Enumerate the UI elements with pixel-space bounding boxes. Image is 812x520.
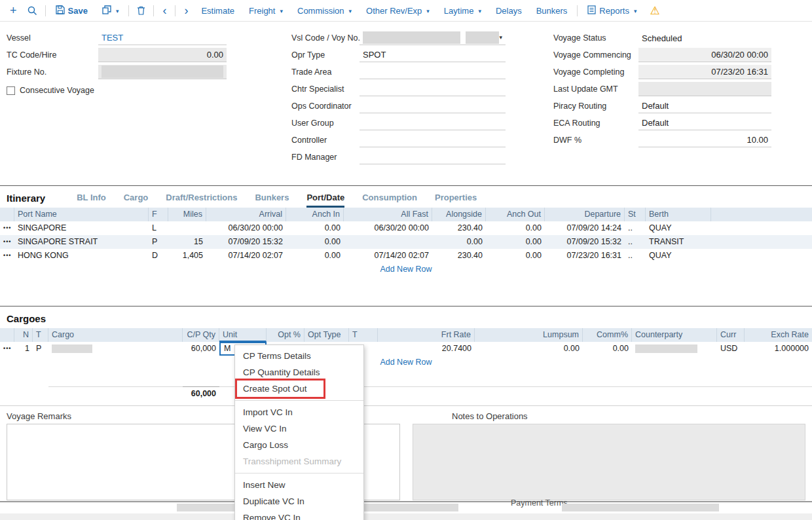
itinerary-add-new-row-link[interactable]: Add New Row [0,263,812,276]
cell-frt-rate[interactable]: 20.7400 [378,342,475,356]
reports-menu-button[interactable]: Reports ▾ [581,3,643,19]
copy-button[interactable]: ▾ [96,3,126,19]
eca-routing-field[interactable]: Default [638,116,771,130]
cell-anch-in[interactable]: 0.00 [286,249,344,263]
piracy-routing-field[interactable]: Default [638,99,771,113]
cell-alongside[interactable]: 230.40 [432,249,486,263]
cell-f[interactable]: P [149,235,168,249]
vessel-field[interactable]: TEST [98,31,227,45]
cell-port-name[interactable]: SINGAPORE [14,221,149,235]
cell-all-fast[interactable] [344,235,432,249]
cell-anch-in[interactable]: 0.00 [286,235,344,249]
trade-area-field[interactable] [360,65,506,79]
row-menu-icon[interactable]: ••• [0,221,14,235]
row-menu-icon[interactable]: ••• [0,249,14,263]
search-icon[interactable] [23,4,42,18]
cell-arrival[interactable]: 07/09/20 15:32 [206,235,286,249]
cargoes-add-new-row-link[interactable]: Add New Row [0,356,812,369]
cell-port-name[interactable]: SINGAPORE STRAIT [14,235,149,249]
cell-counterparty[interactable] [632,342,717,356]
laytime-menu-button[interactable]: Laytime▾ [437,3,488,18]
menu-item-create-spot-out[interactable]: Create Spot Out [235,381,363,397]
menu-item-remove-vc-in[interactable]: Remove VC In [235,510,363,520]
notes-to-operations-textarea[interactable] [413,424,805,500]
menu-item-duplicate-vc-in[interactable]: Duplicate VC In [235,493,363,510]
row-menu-icon[interactable]: ••• [0,235,14,249]
commission-menu-button[interactable]: Commission▾ [291,3,358,18]
tab-consumption[interactable]: Consumption [362,193,417,208]
delays-button[interactable]: Delays [489,3,528,18]
cell-lumpsum[interactable]: 0.00 [475,342,583,356]
delete-button[interactable] [132,4,150,17]
last-update-gmt-field[interactable] [638,82,771,96]
cell-n[interactable]: 1 [14,342,33,356]
bunkers-button[interactable]: Bunkers [530,3,574,18]
cell-miles[interactable] [168,221,206,235]
tab-cargo[interactable]: Cargo [124,193,149,208]
menu-item-cp-quantity-details[interactable]: CP Quantity Details [235,364,363,381]
save-button[interactable]: Save [49,3,94,19]
tab-properties[interactable]: Properties [435,193,477,208]
fd-manager-field[interactable] [360,150,506,164]
voyage-completing-field[interactable]: 07/23/20 16:31 [638,65,771,79]
consecutive-voyage-checkbox[interactable] [7,86,15,95]
tab-draft-restrictions[interactable]: Draft/Restrictions [166,193,237,208]
tc-code-hire-field[interactable]: 0.00 [98,48,227,62]
cell-alongside[interactable]: 0.00 [432,235,486,249]
other-rev-exp-menu-button[interactable]: Other Rev/Exp▾ [360,3,436,18]
opr-type-field[interactable]: SPOT [360,48,506,62]
menu-item-cargo-loss[interactable]: Cargo Loss [235,437,363,453]
cell-exch-rate[interactable]: 1.000000 [745,342,812,356]
cell-departure[interactable]: 07/23/20 16:31 [545,249,625,263]
cell-st[interactable]: .. [625,221,646,235]
tab-port-date[interactable]: Port/Date [306,193,344,208]
cell-departure[interactable]: 07/09/20 15:32 [545,235,625,249]
horizontal-scrollbar[interactable] [0,513,812,520]
user-group-field[interactable] [360,116,506,130]
cell-berth[interactable]: QUAY [646,221,711,235]
cell-berth[interactable]: TRANSIT [646,235,711,249]
menu-item-view-vc-in[interactable]: View VC In [235,420,363,437]
cell-anch-out[interactable]: 0.00 [486,221,545,235]
warning-icon[interactable]: ⚠ [650,4,659,18]
voyage-status-field[interactable]: Scheduled [638,31,771,45]
previous-button[interactable]: ‹ [157,6,172,15]
cell-anch-out[interactable]: 0.00 [486,235,545,249]
menu-item-cp-terms-details[interactable]: CP Terms Details [235,348,363,364]
cell-f[interactable]: L [149,221,168,235]
cell-miles[interactable]: 15 [168,235,206,249]
add-icon[interactable]: + [5,4,22,17]
estimate-button[interactable]: Estimate [194,3,241,18]
voyage-commencing-field[interactable]: 06/30/20 00:00 [638,48,771,62]
controller-field[interactable] [360,133,506,147]
cell-cargo[interactable] [48,342,183,356]
chtr-specialist-field[interactable] [360,82,506,96]
cell-comm-pct[interactable]: 0.00 [583,342,632,356]
ops-coordinator-field[interactable] [360,99,506,113]
cell-curr[interactable]: USD [717,342,745,356]
cell-alongside[interactable]: 230.40 [432,221,486,235]
tab-bunkers[interactable]: Bunkers [255,193,289,208]
freight-menu-button[interactable]: Freight▾ [242,3,289,18]
next-button[interactable]: › [179,6,193,15]
caret-down-icon[interactable]: ▾ [499,31,502,45]
row-menu-icon[interactable]: ••• [0,342,14,356]
cell-t[interactable]: P [33,342,48,356]
cell-all-fast[interactable]: 06/30/20 00:00 [344,221,432,235]
cell-arrival[interactable]: 07/14/20 02:07 [206,249,286,263]
cell-cp-qty[interactable]: 60,000 [183,342,219,356]
cell-st[interactable]: .. [625,249,646,263]
cell-miles[interactable]: 1,405 [168,249,206,263]
cell-anch-in[interactable]: 0.00 [286,221,344,235]
dwf-pct-field[interactable]: 10.00 [638,133,771,147]
cell-all-fast[interactable]: 07/14/20 02:07 [344,249,432,263]
menu-item-import-vc-in[interactable]: Import VC In [235,404,363,420]
vsl-code-voy-no-field[interactable]: ▾ [360,31,506,45]
cell-departure[interactable]: 07/09/20 14:24 [545,221,625,235]
fixture-no-field[interactable] [98,65,227,79]
tab-bl-info[interactable]: BL Info [77,193,106,208]
cell-anch-out[interactable]: 0.00 [486,249,545,263]
cell-f[interactable]: D [149,249,168,263]
cell-berth[interactable]: QUAY [646,249,711,263]
cell-st[interactable]: .. [625,235,646,249]
